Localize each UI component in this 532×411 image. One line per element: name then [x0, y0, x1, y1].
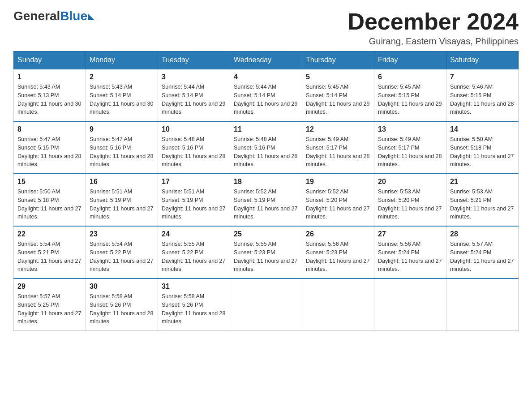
day-info: Sunrise: 5:57 AMSunset: 5:24 PMDaylight:… [450, 240, 515, 274]
calendar-cell: 12 Sunrise: 5:49 AMSunset: 5:17 PMDaylig… [302, 121, 374, 174]
calendar-cell: 4 Sunrise: 5:44 AMSunset: 5:14 PMDayligh… [230, 69, 302, 121]
weekday-header-tuesday: Tuesday [158, 51, 230, 69]
calendar-cell: 30 Sunrise: 5:58 AMSunset: 5:26 PMDaylig… [86, 278, 158, 331]
day-number: 18 [234, 178, 298, 186]
calendar-cell: 28 Sunrise: 5:57 AMSunset: 5:24 PMDaylig… [446, 226, 519, 278]
day-number: 9 [90, 125, 154, 133]
day-info: Sunrise: 5:48 AMSunset: 5:16 PMDaylight:… [162, 135, 226, 169]
day-number: 24 [162, 230, 226, 238]
day-info: Sunrise: 5:58 AMSunset: 5:26 PMDaylight:… [90, 292, 154, 326]
day-number: 11 [234, 125, 298, 133]
day-info: Sunrise: 5:47 AMSunset: 5:16 PMDaylight:… [90, 135, 154, 169]
title-section: December 2024 Guirang, Eastern Visayas, … [348, 9, 519, 47]
calendar-week-row: 1 Sunrise: 5:43 AMSunset: 5:13 PMDayligh… [14, 69, 519, 121]
calendar-cell: 1 Sunrise: 5:43 AMSunset: 5:13 PMDayligh… [14, 69, 86, 121]
logo-triangle-icon [88, 14, 94, 20]
day-number: 12 [306, 125, 370, 133]
day-info: Sunrise: 5:47 AMSunset: 5:15 PMDaylight:… [17, 135, 82, 169]
logo-general-text: General [13, 9, 60, 23]
day-info: Sunrise: 5:43 AMSunset: 5:13 PMDaylight:… [17, 83, 82, 116]
calendar-week-row: 15 Sunrise: 5:50 AMSunset: 5:18 PMDaylig… [14, 174, 519, 226]
calendar-cell: 7 Sunrise: 5:46 AMSunset: 5:15 PMDayligh… [446, 69, 519, 121]
day-info: Sunrise: 5:45 AMSunset: 5:15 PMDaylight:… [378, 83, 442, 116]
calendar-cell: 19 Sunrise: 5:52 AMSunset: 5:20 PMDaylig… [302, 174, 374, 226]
calendar-week-row: 8 Sunrise: 5:47 AMSunset: 5:15 PMDayligh… [14, 121, 519, 174]
calendar-week-row: 29 Sunrise: 5:57 AMSunset: 5:25 PMDaylig… [14, 278, 519, 331]
day-info: Sunrise: 5:52 AMSunset: 5:20 PMDaylight:… [306, 188, 370, 221]
weekday-header-row: SundayMondayTuesdayWednesdayThursdayFrid… [14, 51, 519, 69]
day-number: 1 [17, 73, 82, 81]
calendar-cell: 20 Sunrise: 5:53 AMSunset: 5:20 PMDaylig… [374, 174, 446, 226]
day-number: 7 [450, 73, 515, 81]
day-number: 16 [90, 178, 154, 186]
day-info: Sunrise: 5:50 AMSunset: 5:18 PMDaylight:… [17, 188, 82, 221]
calendar-cell: 9 Sunrise: 5:47 AMSunset: 5:16 PMDayligh… [86, 121, 158, 174]
calendar-week-row: 22 Sunrise: 5:54 AMSunset: 5:21 PMDaylig… [14, 226, 519, 278]
day-number: 17 [162, 178, 226, 186]
day-number: 2 [90, 73, 154, 81]
day-info: Sunrise: 5:57 AMSunset: 5:25 PMDaylight:… [17, 292, 82, 326]
calendar-cell [446, 278, 519, 331]
day-number: 25 [234, 230, 298, 238]
day-info: Sunrise: 5:50 AMSunset: 5:18 PMDaylight:… [450, 135, 515, 169]
day-info: Sunrise: 5:52 AMSunset: 5:19 PMDaylight:… [234, 188, 298, 221]
calendar-cell: 29 Sunrise: 5:57 AMSunset: 5:25 PMDaylig… [14, 278, 86, 331]
calendar-cell: 24 Sunrise: 5:55 AMSunset: 5:22 PMDaylig… [158, 226, 230, 278]
day-info: Sunrise: 5:53 AMSunset: 5:21 PMDaylight:… [450, 188, 515, 221]
calendar-cell: 31 Sunrise: 5:58 AMSunset: 5:26 PMDaylig… [158, 278, 230, 331]
day-info: Sunrise: 5:54 AMSunset: 5:21 PMDaylight:… [17, 240, 82, 274]
weekday-header-friday: Friday [374, 51, 446, 69]
day-info: Sunrise: 5:55 AMSunset: 5:22 PMDaylight:… [162, 240, 226, 274]
day-number: 19 [306, 178, 370, 186]
day-number: 20 [378, 178, 442, 186]
day-number: 15 [17, 178, 82, 186]
calendar-cell: 27 Sunrise: 5:56 AMSunset: 5:24 PMDaylig… [374, 226, 446, 278]
calendar-cell [302, 278, 374, 331]
logo-blue-part: Blue [60, 9, 94, 23]
day-info: Sunrise: 5:49 AMSunset: 5:17 PMDaylight:… [378, 135, 442, 169]
calendar-cell: 17 Sunrise: 5:51 AMSunset: 5:19 PMDaylig… [158, 174, 230, 226]
day-number: 23 [90, 230, 154, 238]
calendar-cell: 11 Sunrise: 5:48 AMSunset: 5:16 PMDaylig… [230, 121, 302, 174]
calendar-cell [230, 278, 302, 331]
day-info: Sunrise: 5:58 AMSunset: 5:26 PMDaylight:… [162, 292, 226, 326]
calendar-cell: 10 Sunrise: 5:48 AMSunset: 5:16 PMDaylig… [158, 121, 230, 174]
day-info: Sunrise: 5:51 AMSunset: 5:19 PMDaylight:… [90, 188, 154, 221]
day-number: 31 [162, 283, 226, 291]
day-number: 4 [234, 73, 298, 81]
weekday-header-monday: Monday [86, 51, 158, 69]
day-number: 5 [306, 73, 370, 81]
calendar-cell: 2 Sunrise: 5:43 AMSunset: 5:14 PMDayligh… [86, 69, 158, 121]
calendar-cell: 21 Sunrise: 5:53 AMSunset: 5:21 PMDaylig… [446, 174, 519, 226]
calendar-table: SundayMondayTuesdayWednesdayThursdayFrid… [13, 51, 519, 331]
calendar-cell: 25 Sunrise: 5:55 AMSunset: 5:23 PMDaylig… [230, 226, 302, 278]
day-number: 27 [378, 230, 442, 238]
day-info: Sunrise: 5:43 AMSunset: 5:14 PMDaylight:… [90, 83, 154, 116]
day-info: Sunrise: 5:56 AMSunset: 5:23 PMDaylight:… [306, 240, 370, 274]
weekday-header-thursday: Thursday [302, 51, 374, 69]
day-number: 14 [450, 125, 515, 133]
day-number: 29 [17, 283, 82, 291]
weekday-header-saturday: Saturday [446, 51, 519, 69]
calendar-cell: 5 Sunrise: 5:45 AMSunset: 5:14 PMDayligh… [302, 69, 374, 121]
day-number: 21 [450, 178, 515, 186]
calendar-cell: 3 Sunrise: 5:44 AMSunset: 5:14 PMDayligh… [158, 69, 230, 121]
calendar-cell [374, 278, 446, 331]
weekday-header-wednesday: Wednesday [230, 51, 302, 69]
day-info: Sunrise: 5:51 AMSunset: 5:19 PMDaylight:… [162, 188, 226, 221]
day-number: 22 [17, 230, 82, 238]
logo: General Blue [13, 9, 94, 23]
day-info: Sunrise: 5:55 AMSunset: 5:23 PMDaylight:… [234, 240, 298, 274]
day-number: 8 [17, 125, 82, 133]
calendar-cell: 18 Sunrise: 5:52 AMSunset: 5:19 PMDaylig… [230, 174, 302, 226]
day-info: Sunrise: 5:49 AMSunset: 5:17 PMDaylight:… [306, 135, 370, 169]
calendar-cell: 13 Sunrise: 5:49 AMSunset: 5:17 PMDaylig… [374, 121, 446, 174]
location-text: Guirang, Eastern Visayas, Philippines [348, 36, 519, 47]
calendar-cell: 16 Sunrise: 5:51 AMSunset: 5:19 PMDaylig… [86, 174, 158, 226]
logo-blue-text: Blue [60, 9, 87, 23]
day-info: Sunrise: 5:56 AMSunset: 5:24 PMDaylight:… [378, 240, 442, 274]
day-info: Sunrise: 5:44 AMSunset: 5:14 PMDaylight:… [234, 83, 298, 116]
calendar-cell: 15 Sunrise: 5:50 AMSunset: 5:18 PMDaylig… [14, 174, 86, 226]
day-info: Sunrise: 5:45 AMSunset: 5:14 PMDaylight:… [306, 83, 370, 116]
month-title: December 2024 [348, 9, 519, 34]
